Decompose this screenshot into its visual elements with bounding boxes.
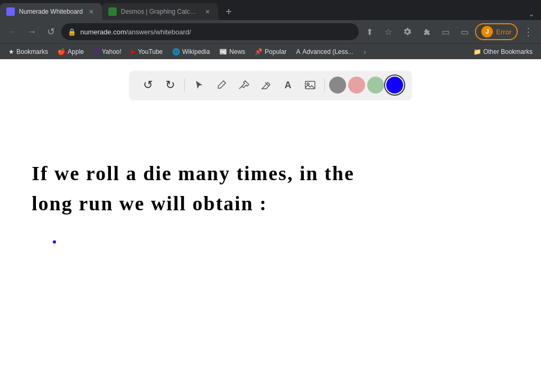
bookmark-bookmarks[interactable]: ★ Bookmarks: [4, 46, 52, 57]
browser-menu-button[interactable]: ⋮: [520, 23, 537, 40]
bookmark-advanced-label: Advanced (Less...: [302, 48, 353, 55]
eraser-icon: [260, 80, 271, 90]
color-pink-swatch[interactable]: [348, 77, 365, 94]
bookmark-popular[interactable]: 📌 Popular: [250, 46, 291, 57]
bookmark-youtube-label: YouTube: [138, 48, 163, 55]
pencil-icon: [216, 80, 227, 90]
apple-icon: 🍎: [58, 48, 66, 55]
nav-bar: ← → ↺ 🔒 numerade.com/answers/whiteboard/…: [0, 20, 541, 43]
bookmark-apple-label: Apple: [68, 48, 84, 55]
url-text: numerade.com/answers/whiteboard/: [80, 28, 352, 36]
bookmark-popular-label: Popular: [265, 48, 286, 55]
bookmark-bookmarks-label: Bookmarks: [16, 48, 48, 55]
tab-list-button[interactable]: ⌄: [526, 7, 537, 20]
redo-button[interactable]: ↻: [160, 75, 180, 95]
wikipedia-icon: 🌐: [172, 48, 180, 55]
bookmark-news-label: News: [229, 48, 245, 55]
bookmark-wikipedia[interactable]: 🌐 Wikipedia: [168, 46, 214, 57]
puzzle-icon: [422, 27, 431, 36]
eraser-tool-button[interactable]: [256, 75, 276, 95]
color-green-swatch[interactable]: [367, 77, 384, 94]
bookmark-advanced[interactable]: A Advanced (Less...: [292, 46, 357, 57]
bookmark-youtube[interactable]: ▶ YouTube: [127, 46, 167, 57]
extensions-puzzle-button[interactable]: [418, 23, 435, 40]
forward-button[interactable]: →: [23, 23, 40, 40]
undo-button[interactable]: ↺: [138, 75, 158, 95]
tab-numerade[interactable]: Numerade Whiteboard ×: [0, 3, 102, 20]
back-button[interactable]: ←: [4, 23, 21, 40]
tab-desmos-title: Desmos | Graphing Calculato...: [121, 8, 199, 15]
new-tab-button[interactable]: +: [220, 3, 237, 20]
news-icon: 📰: [219, 48, 227, 55]
url-path: /answers/whiteboard/: [126, 28, 191, 36]
yahoo-icon: Y!: [94, 48, 100, 55]
tools-button[interactable]: [234, 75, 254, 95]
bookmark-wikipedia-label: Wikipedia: [182, 48, 210, 55]
numerade-favicon: [6, 7, 15, 16]
url-protocol: numerade.com: [80, 28, 126, 36]
canvas-area[interactable]: If we roll a die many times, in the long…: [0, 106, 541, 392]
tab-desmos-close[interactable]: ×: [203, 7, 212, 16]
text-tool-button[interactable]: A: [278, 75, 298, 95]
other-bookmarks-button[interactable]: 📁 Other Bookmarks: [469, 46, 537, 57]
lock-icon: 🔒: [68, 28, 76, 36]
bookmarks-right: 📁 Other Bookmarks: [372, 46, 537, 57]
whiteboard-container: ↺ ↻: [0, 59, 541, 392]
bookmark-yahoo[interactable]: Y! Yahoo!: [89, 46, 126, 57]
color-blue-swatch[interactable]: [386, 77, 403, 94]
tab-desmos[interactable]: Desmos | Graphing Calculato... ×: [102, 3, 218, 20]
image-tool-button[interactable]: [300, 75, 320, 95]
profile-button[interactable]: J Error: [475, 23, 518, 40]
gear-icon: [403, 27, 412, 36]
select-tool-button[interactable]: [189, 75, 209, 95]
nav-right-icons: ⬆ ☆ ▭ ▭ J Error ⋮: [361, 23, 537, 40]
folder-icon: 📁: [473, 48, 481, 55]
address-bar[interactable]: 🔒 numerade.com/answers/whiteboard/: [61, 23, 359, 40]
drawing-toolbar: ↺ ↻: [129, 71, 412, 99]
image-icon: [304, 79, 316, 91]
bookmark-apple[interactable]: 🍎 Apple: [53, 46, 88, 57]
tab-numerade-close[interactable]: ×: [87, 7, 96, 16]
toolbar-divider-2: [324, 79, 325, 91]
cursor-icon: [194, 80, 204, 90]
bookmarks-bar: ★ Bookmarks 🍎 Apple Y! Yahoo! ▶ YouTube …: [0, 43, 541, 59]
profile-label: Error: [496, 28, 511, 36]
share-button[interactable]: ⬆: [361, 23, 378, 40]
bookmark-news[interactable]: 📰 News: [215, 46, 249, 57]
popular-icon: 📌: [255, 48, 263, 55]
blue-dot: [53, 240, 56, 244]
bookmark-yahoo-label: Yahoo!: [102, 48, 122, 55]
pen-tool-button[interactable]: [211, 75, 231, 95]
advanced-icon: A: [296, 48, 300, 55]
tab-bar: Numerade Whiteboard × Desmos | Graphing …: [0, 0, 541, 20]
toolbar-divider-1: [184, 79, 185, 91]
youtube-icon: ▶: [131, 48, 136, 55]
extension-gear-button[interactable]: [399, 23, 416, 40]
whiteboard-text: If we roll a die many times, in the long…: [32, 158, 355, 219]
star-icon: ★: [8, 48, 14, 55]
split-screen-button[interactable]: ▭: [456, 23, 473, 40]
tools-icon: [238, 79, 249, 91]
desmos-favicon: [108, 7, 117, 16]
text-line2: long run we will obtain :: [32, 189, 355, 219]
color-gray-swatch[interactable]: [329, 77, 346, 94]
bookmark-star-button[interactable]: ☆: [380, 23, 397, 40]
text-line1: If we roll a die many times, in the: [32, 158, 355, 189]
profile-avatar: J: [481, 26, 493, 38]
reload-button[interactable]: ↺: [42, 23, 59, 40]
bookmarks-more-button[interactable]: ›: [359, 45, 371, 58]
cast-button[interactable]: ▭: [437, 23, 454, 40]
other-bookmarks-label: Other Bookmarks: [483, 48, 533, 55]
tab-numerade-title: Numerade Whiteboard: [19, 8, 83, 15]
